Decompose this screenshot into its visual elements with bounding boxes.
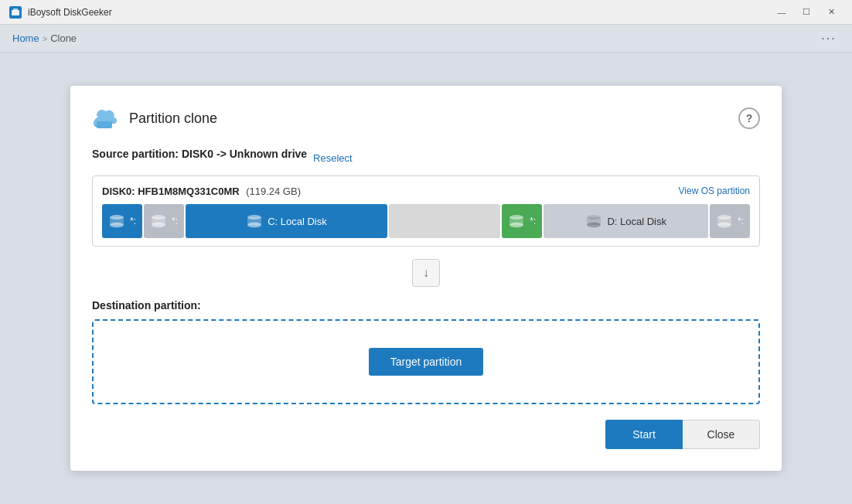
arrow-down-icon: ↓	[423, 266, 429, 280]
svg-point-12	[152, 215, 165, 220]
dialog-icon	[92, 104, 120, 132]
destination-label: Destination partition:	[92, 299, 760, 312]
breadcrumb-bar: Home > Clone ···	[0, 25, 852, 53]
dialog-header: Partition clone ?	[92, 104, 760, 132]
source-label: Source partition: DISK0 -> Unknown drive	[92, 148, 307, 160]
title-bar: iBoysoft DiskGeeker — ☐ ✕	[0, 0, 852, 25]
svg-point-24	[587, 215, 601, 220]
dialog-title: Partition clone	[129, 111, 217, 127]
partition-d-label: D: Local Disk	[607, 216, 666, 227]
disk-panel: DISK0: HFB1M8MQ331C0MR (119.24 GB) View …	[92, 175, 760, 247]
svg-point-21	[509, 223, 523, 227]
dialog-panel: Partition clone ? Source partition: DISK…	[70, 86, 782, 471]
minimize-button[interactable]: —	[770, 4, 793, 21]
svg-rect-5	[97, 117, 112, 121]
partition-p5-label: *:	[530, 216, 536, 226]
breadcrumb-home[interactable]: Home	[12, 32, 39, 44]
svg-point-28	[717, 215, 731, 220]
breadcrumb-menu-button[interactable]: ···	[818, 29, 840, 48]
partition-d[interactable]: D: Local Disk	[544, 204, 708, 238]
source-header: Source partition: DISK0 -> Unknown drive…	[92, 148, 760, 168]
partition-row: *: *:	[102, 204, 750, 238]
svg-point-17	[247, 223, 261, 227]
close-button[interactable]: Close	[683, 420, 760, 449]
action-row: Start Close	[92, 420, 760, 449]
partition-p1-label: *:	[130, 216, 136, 226]
window-close-button[interactable]: ✕	[820, 4, 843, 21]
partition-spacer	[389, 204, 501, 238]
svg-rect-1	[13, 9, 18, 11]
title-bar-left: iBoysoft DiskGeeker	[9, 6, 112, 19]
disk-size: (119.24 GB)	[246, 186, 301, 197]
target-partition-button[interactable]: Target partition	[369, 348, 484, 376]
reselect-button[interactable]: Reselect	[313, 152, 353, 164]
partition-p1[interactable]: *:	[102, 204, 142, 238]
breadcrumb-separator: >	[43, 34, 47, 43]
app-content: Home > Clone ···	[0, 25, 852, 504]
svg-point-25	[587, 223, 601, 227]
partition-c-label: C: Local Disk	[268, 216, 327, 227]
svg-point-13	[152, 223, 165, 227]
app-window: iBoysoft DiskGeeker — ☐ ✕ Home > Clone ·…	[0, 0, 852, 504]
svg-rect-0	[12, 10, 19, 15]
main-panel: Partition clone ? Source partition: DISK…	[0, 53, 852, 504]
app-title: iBoysoft DiskGeeker	[28, 7, 112, 18]
arrow-container: ↓	[92, 259, 760, 287]
svg-point-8	[110, 215, 124, 220]
partition-p7[interactable]: *:	[710, 204, 750, 238]
maximize-button[interactable]: ☐	[795, 4, 818, 21]
partition-c[interactable]: C: Local Disk	[186, 204, 387, 238]
svg-point-9	[110, 223, 124, 227]
help-button[interactable]: ?	[738, 107, 760, 129]
svg-point-16	[247, 215, 261, 220]
partition-p2-label: *:	[172, 216, 178, 226]
app-icon	[9, 6, 22, 19]
partition-p5[interactable]: *:	[502, 204, 542, 238]
svg-point-29	[717, 223, 731, 227]
svg-point-20	[509, 215, 523, 220]
start-button[interactable]: Start	[605, 420, 683, 449]
partition-p2[interactable]: *:	[144, 204, 184, 238]
disk-panel-header: DISK0: HFB1M8MQ331C0MR (119.24 GB) View …	[102, 184, 750, 198]
view-os-link[interactable]: View OS partition	[679, 186, 751, 196]
arrow-down-button[interactable]: ↓	[412, 259, 440, 287]
breadcrumb-current: Clone	[50, 32, 77, 44]
disk-name: DISK0: HFB1M8MQ331C0MR	[102, 186, 240, 197]
title-bar-controls: — ☐ ✕	[770, 4, 843, 21]
destination-area[interactable]: Target partition	[92, 319, 760, 404]
disk-panel-header-left: DISK0: HFB1M8MQ331C0MR (119.24 GB)	[102, 184, 301, 198]
dots-icon: ···	[821, 32, 836, 46]
partition-p7-label: *:	[738, 216, 744, 226]
